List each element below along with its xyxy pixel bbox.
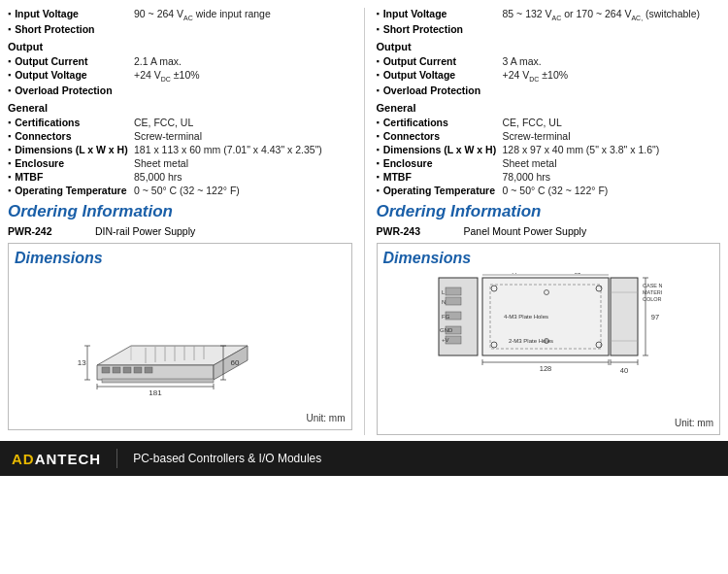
left-dim-svg: 181 60 113 [78,278,281,404]
left-dimensions-section: Dimensions [8,243,352,430]
right-enclosure-row: Enclosure Sheet metal [377,157,721,169]
left-output-current-label: Output Current [8,55,134,67]
left-input-voltage-label: Input Voltage [8,8,134,21]
main-content: Input Voltage 90 ~ 264 VAC wide input ra… [0,0,728,435]
right-certifications-value: CE, FCC, UL [503,117,562,128]
right-dimensions-value: 128 x 97 x 40 mm (5" x 3.8" x 1.6") [503,144,660,155]
right-connectors-row: Connectors Screw-terminal [377,130,721,142]
left-dimensions-row: Dimensions (L x W x H) 181 x 113 x 60 mm… [8,144,352,155]
right-input-voltage-label: Input Voltage [377,8,503,21]
right-optemp-label: Operating Temperature [377,185,503,196]
left-mtbf-row: MTBF 85,000 hrs [8,171,352,183]
right-enclosure-label: Enclosure [377,157,503,169]
right-dimensions-section: Dimensions [377,243,721,435]
right-unit-label: Unit: mm [383,418,714,428]
right-output-voltage-value: +24 VDC ±10% [503,69,569,83]
column-divider [364,8,365,435]
left-certifications-row: Certifications CE, FCC, UL [8,117,352,128]
left-output-voltage-value: +24 VDC ±10% [134,69,200,83]
left-dimensions-title: Dimensions [15,250,346,267]
left-dimensions-value: 181 x 113 x 60 mm (7.01" x 4.43" x 2.35"… [134,144,322,155]
svg-text:GND: GND [440,327,453,333]
left-output-title: Output [8,41,352,52]
svg-text:2-M3 Plate Holes: 2-M3 Plate Holes [509,338,553,344]
left-enclosure-value: Sheet metal [134,157,188,169]
left-unit-label: Unit: mm [15,413,346,423]
left-general-section: General Certifications CE, FCC, UL Conne… [8,102,352,196]
left-input-voltage-value: 90 ~ 264 VAC wide input range [134,8,271,21]
footer-tagline: PC-based Controllers & I/O Modules [133,452,321,465]
svg-rect-11 [102,367,110,373]
left-input-voltage-row: Input Voltage 90 ~ 264 VAC wide input ra… [8,8,352,21]
right-dimensions-row: Dimensions (L x W x H) 128 x 97 x 40 mm … [377,144,721,155]
left-overload-protection-label: Overload Protection [8,84,134,96]
svg-rect-12 [113,367,120,373]
right-input-voltage-row: Input Voltage 85 ~ 132 VAC or 170 ~ 264 … [377,8,721,21]
logo-text: AD [12,451,35,467]
right-output-voltage-row: Output Voltage +24 VDC ±10% [377,69,721,83]
right-overload-protection-row: Overload Protection [377,84,721,96]
right-overload-protection-label: Overload Protection [377,84,503,96]
right-mtbf-label: MTBF [377,171,503,183]
left-short-protection-row: Short Protection [8,23,352,35]
left-dimensions-label: Dimensions (L x W x H) [8,144,134,155]
right-ordering-row: PWR-243 Panel Mount Power Supply [377,225,721,237]
svg-text:51: 51 [575,273,581,275]
left-optemp-label: Operating Temperature [8,185,134,196]
left-output-current-value: 2.1 A max. [134,55,182,67]
left-short-protection-label: Short Protection [8,23,134,35]
left-ordering-title: Ordering Information [8,202,352,221]
svg-text:4-M3 Plate Holes: 4-M3 Plate Holes [504,314,548,320]
svg-rect-48 [446,297,461,305]
svg-text:128: 128 [540,364,552,373]
left-output-voltage-label: Output Voltage [8,69,134,83]
left-ordering-model: PWR-242 [8,225,76,237]
right-output-section: Output Output Current 3 A max. Output Vo… [377,41,721,96]
left-connectors-value: Screw-terminal [134,130,202,142]
right-connectors-label: Connectors [377,130,503,142]
left-certifications-label: Certifications [8,117,134,128]
svg-text:40: 40 [620,366,628,375]
left-dim-drawing: 181 60 113 [15,273,346,409]
left-ordering-desc: DIN-rail Power Supply [95,225,195,237]
svg-text:113: 113 [78,358,86,367]
svg-rect-38 [611,278,638,355]
right-mtbf-row: MTBF 78,000 hrs [377,171,721,183]
left-overload-protection-row: Overload Protection [8,84,352,96]
svg-rect-14 [134,367,142,373]
left-output-current-row: Output Current 2.1 A max. [8,55,352,67]
left-enclosure-label: Enclosure [8,157,134,169]
svg-text:+V: +V [442,337,449,343]
left-mtbf-value: 85,000 hrs [134,171,182,183]
right-column: Input Voltage 85 ~ 132 VAC or 170 ~ 264 … [377,8,721,435]
right-short-protection-row: Short Protection [377,23,721,35]
logo-text-2: ANTECH [35,451,102,467]
left-connectors-row: Connectors Screw-terminal [8,130,352,142]
right-output-voltage-label: Output Voltage [377,69,503,83]
left-ordering-row: PWR-242 DIN-rail Power Supply [8,225,352,237]
right-general-section: General Certifications CE, FCC, UL Conne… [377,102,721,196]
right-ordering-desc: Panel Mount Power Supply [464,225,587,237]
left-optemp-row: Operating Temperature 0 ~ 50° C (32 ~ 12… [8,185,352,196]
right-certifications-row: Certifications CE, FCC, UL [377,117,721,128]
svg-text:77: 77 [512,273,518,275]
right-output-current-label: Output Current [377,55,503,67]
right-output-current-row: Output Current 3 A max. [377,55,721,67]
right-ordering-section: Ordering Information PWR-243 Panel Mount… [377,202,721,237]
svg-rect-45 [446,287,461,295]
left-optemp-value: 0 ~ 50° C (32 ~ 122° F) [134,185,240,196]
right-output-current-value: 3 A max. [503,55,542,67]
right-optemp-value: 0 ~ 50° C (32 ~ 122° F) [503,185,609,196]
right-input-voltage-value: 85 ~ 132 VAC or 170 ~ 264 VAC, (switchab… [503,8,701,21]
footer-logo: ADANTECH [12,451,101,467]
right-enclosure-value: Sheet metal [503,157,557,169]
left-mtbf-label: MTBF [8,171,134,183]
footer-divider [116,449,117,468]
right-dim-drawing: 4-M3 Plate Holes CASE NO: CS072 MATERIAL… [383,273,714,414]
footer-bar: ADANTECH PC-based Controllers & I/O Modu… [0,441,728,476]
svg-text:181: 181 [149,388,163,397]
right-dimensions-label: Dimensions (L x W x H) [377,144,503,155]
right-input-section: Input Voltage 85 ~ 132 VAC or 170 ~ 264 … [377,8,721,35]
right-dim-svg: 4-M3 Plate Holes CASE NO: CS072 MATERIAL… [434,273,662,414]
left-certifications-value: CE, FCC, UL [134,117,193,128]
